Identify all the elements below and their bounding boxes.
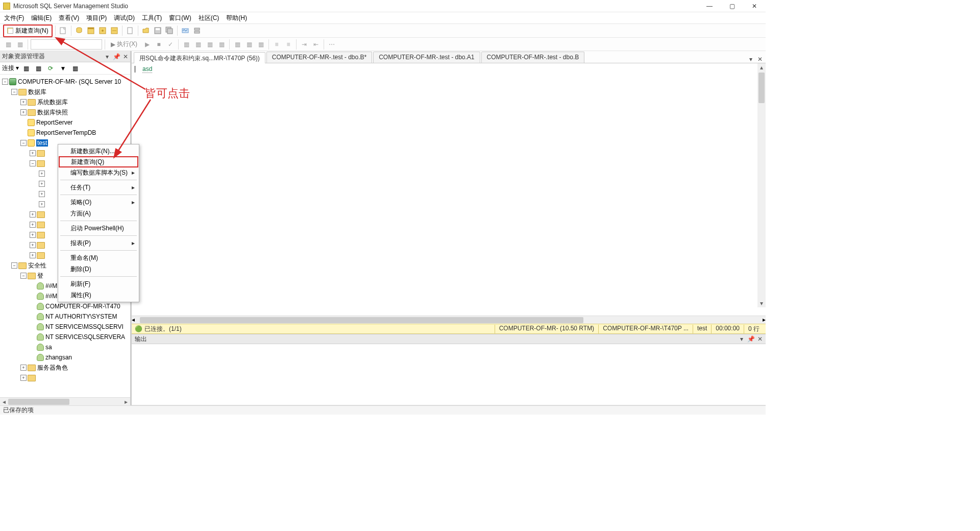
- ctx-policies[interactable]: 策略(O)▸: [59, 197, 138, 208]
- tab-active[interactable]: 用SQL命令建表和约束.sq...MR-\T470P (56)): [134, 52, 265, 63]
- scroll-left-icon[interactable]: ◂: [132, 316, 135, 323]
- include-actual-plan-button[interactable]: ▦: [205, 39, 215, 50]
- intellisense-button[interactable]: ▦: [193, 39, 203, 50]
- estimated-plan-button[interactable]: ▦: [181, 39, 191, 50]
- server-node[interactable]: COMPUTER-OF-MR- (SQL Server 10: [18, 78, 121, 85]
- analysis-query-button[interactable]: [86, 26, 96, 36]
- scroll-left-icon[interactable]: ◂: [0, 398, 8, 406]
- uncomment-button[interactable]: ≡: [283, 39, 293, 50]
- parse-button[interactable]: ✓: [165, 39, 176, 50]
- debug-button[interactable]: ▶: [142, 39, 152, 50]
- reportserver-node[interactable]: ReportServer: [36, 119, 72, 126]
- security-node[interactable]: 安全性: [28, 261, 46, 270]
- scroll-up-icon[interactable]: ▴: [757, 63, 766, 71]
- ctx-tasks[interactable]: 任务(T)▸: [59, 182, 138, 193]
- test-db-node[interactable]: test: [36, 139, 48, 147]
- menu-community[interactable]: 社区(C): [199, 14, 219, 22]
- close-button[interactable]: ✕: [743, 0, 766, 12]
- save-button[interactable]: [153, 26, 163, 36]
- database-combo[interactable]: [31, 39, 102, 50]
- stop-button[interactable]: ■: [154, 39, 164, 50]
- ctx-refresh[interactable]: 刷新(F): [59, 278, 138, 289]
- connect-icon[interactable]: ▦: [21, 63, 31, 74]
- results-file-button[interactable]: ▦: [256, 39, 266, 50]
- login-item[interactable]: sa: [45, 344, 52, 351]
- document-tab[interactable]: COMPUTER-OF-MR-.test - dbo.A1: [373, 52, 480, 63]
- new-project-button[interactable]: [58, 26, 68, 36]
- panel-close-icon[interactable]: ✕: [122, 53, 129, 60]
- open-button[interactable]: [141, 26, 151, 36]
- document-tab[interactable]: COMPUTER-OF-MR-.test - dbo.B*: [266, 52, 372, 63]
- tab-close-icon[interactable]: ✕: [756, 56, 764, 63]
- dmx-query-button[interactable]: [109, 26, 119, 36]
- tb2-icon-1[interactable]: ▦: [3, 39, 13, 50]
- execute-button[interactable]: ▶ 执行(X): [108, 39, 140, 50]
- menu-view[interactable]: 查看(V): [59, 14, 79, 22]
- menu-debug[interactable]: 调试(D): [114, 14, 135, 22]
- menu-help[interactable]: 帮助(H): [226, 14, 247, 22]
- save-all-button[interactable]: [164, 26, 175, 36]
- output-pin-icon[interactable]: 📌: [747, 335, 754, 343]
- specify-template-button[interactable]: ⋯: [327, 39, 337, 50]
- login-item[interactable]: zhangsan: [45, 354, 72, 361]
- ctx-rename[interactable]: 重命名(M): [59, 252, 138, 263]
- scroll-right-icon[interactable]: ▸: [122, 398, 130, 406]
- ctx-delete[interactable]: 删除(D): [59, 263, 138, 275]
- menu-project[interactable]: 项目(P): [86, 14, 107, 22]
- databases-node[interactable]: 数据库: [28, 88, 46, 96]
- scroll-right-icon[interactable]: ▸: [763, 316, 766, 323]
- results-grid-button[interactable]: ▦: [244, 39, 254, 50]
- tb2-icon-2[interactable]: ▦: [15, 39, 25, 50]
- output-panel[interactable]: [132, 344, 766, 405]
- menu-file[interactable]: 文件(F): [4, 14, 24, 22]
- include-stats-button[interactable]: ▦: [216, 39, 227, 50]
- registered-servers-button[interactable]: [192, 26, 202, 36]
- menu-tools[interactable]: 工具(T): [142, 14, 162, 22]
- connect-button[interactable]: 连接 ▾: [2, 64, 19, 73]
- document-tab[interactable]: COMPUTER-OF-MR-.test - dbo.B: [481, 52, 585, 63]
- indent-button[interactable]: ⇥: [299, 39, 309, 50]
- menu-edit[interactable]: 编辑(E): [31, 14, 52, 22]
- db-engine-query-button[interactable]: [74, 26, 84, 36]
- objexp-hscrollbar[interactable]: ◂ ▸: [0, 397, 130, 405]
- login-item[interactable]: NT AUTHORITY\SYSTEM: [45, 313, 117, 320]
- minimize-button[interactable]: —: [698, 0, 721, 12]
- system-databases-node[interactable]: 系统数据库: [37, 98, 68, 107]
- scroll-down-icon[interactable]: ▾: [757, 299, 766, 307]
- ctx-new-db[interactable]: 新建数据库(N)...: [59, 146, 138, 157]
- activity-monitor-button[interactable]: [180, 26, 190, 36]
- panel-pin-icon[interactable]: 📌: [113, 53, 120, 60]
- mdx-query-button[interactable]: [97, 26, 108, 36]
- server-roles-node[interactable]: 服务器角色: [37, 364, 68, 372]
- tab-dropdown-icon[interactable]: ▾: [747, 56, 754, 63]
- ctx-powershell[interactable]: 启动 PowerShell(H): [59, 223, 138, 234]
- page-button[interactable]: [125, 26, 135, 36]
- reportservertemp-node[interactable]: ReportServerTempDB: [36, 129, 96, 136]
- stop-refresh-icon[interactable]: ▦: [70, 63, 80, 74]
- maximize-button[interactable]: ▢: [721, 0, 743, 12]
- scroll-thumb[interactable]: [140, 317, 583, 323]
- outdent-button[interactable]: ⇤: [311, 39, 321, 50]
- results-text-button[interactable]: ▦: [232, 39, 242, 50]
- new-query-button[interactable]: 新建查询(N): [3, 25, 53, 37]
- ctx-properties[interactable]: 属性(R): [59, 289, 138, 301]
- menu-window[interactable]: 窗口(W): [169, 14, 191, 22]
- output-dropdown-icon[interactable]: ▾: [738, 335, 745, 343]
- ctx-new-query[interactable]: 新建查询(Q): [59, 156, 138, 167]
- scroll-thumb[interactable]: [758, 73, 765, 103]
- logins-node[interactable]: 登: [37, 272, 43, 280]
- panel-dropdown-icon[interactable]: ▾: [104, 53, 111, 60]
- sql-editor[interactable]: asd ▴ ▾: [132, 63, 766, 316]
- disconnect-icon[interactable]: ▦: [33, 63, 43, 74]
- login-item[interactable]: COMPUTER-OF-MR-\T470: [45, 303, 120, 310]
- login-item[interactable]: NT SERVICE\SQLSERVERA: [45, 333, 125, 341]
- scroll-thumb[interactable]: [8, 399, 69, 405]
- db-snapshot-node[interactable]: 数据库快照: [37, 108, 68, 117]
- output-close-icon[interactable]: ✕: [756, 335, 764, 343]
- refresh-icon[interactable]: ⟳: [45, 63, 56, 74]
- ctx-facets[interactable]: 方面(A): [59, 208, 138, 219]
- login-item[interactable]: NT SERVICE\MSSQLSERVI: [45, 323, 124, 330]
- ctx-reports[interactable]: 报表(P)▸: [59, 237, 138, 249]
- filter-icon[interactable]: ▼: [58, 63, 68, 74]
- comment-button[interactable]: ≡: [272, 39, 282, 50]
